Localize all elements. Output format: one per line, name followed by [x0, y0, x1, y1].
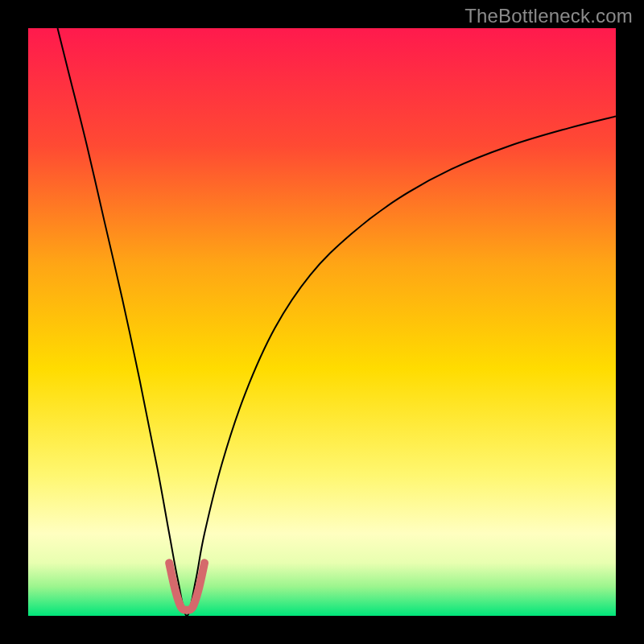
highlighted-range	[169, 563, 204, 609]
chart-frame: TheBottleneck.com	[0, 0, 644, 644]
curve-layer	[28, 28, 616, 616]
plot-area	[28, 28, 616, 616]
bottleneck-curve	[58, 28, 617, 616]
watermark-text: TheBottleneck.com	[464, 5, 633, 27]
